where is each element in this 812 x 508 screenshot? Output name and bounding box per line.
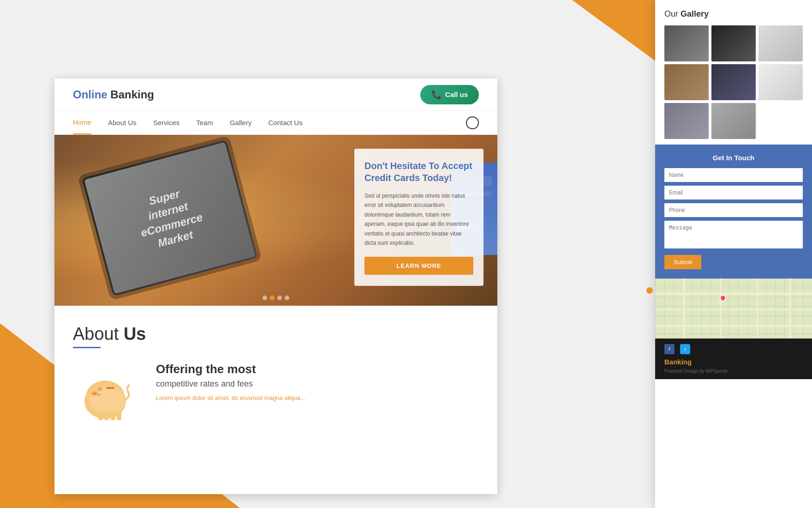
gallery-thumb-4[interactable] xyxy=(664,64,709,100)
facebook-icon[interactable]: f xyxy=(664,344,675,354)
footer-copy: Powered Design by WPSpecto xyxy=(664,369,803,374)
right-panel: Our Gallery Get In Touch Submit xyxy=(655,0,812,508)
call-us-label: Call us xyxy=(445,91,468,98)
about-text-block: Offering the most competitive rates and … xyxy=(156,362,479,401)
gallery-thumb-7[interactable] xyxy=(664,103,709,139)
map-road-h3 xyxy=(655,325,812,327)
call-us-button[interactable]: 📞 Call us xyxy=(420,85,479,104)
contact-name-input[interactable] xyxy=(664,168,803,182)
orange-dot-indicator xyxy=(646,287,653,294)
get-in-touch-title: Get In Touch xyxy=(664,154,803,162)
slider-dot-3[interactable] xyxy=(277,296,282,300)
get-in-touch-section: Get In Touch Submit xyxy=(655,145,812,278)
svg-point-8 xyxy=(90,386,125,412)
svg-rect-18 xyxy=(106,387,114,389)
nav-contact[interactable]: Contact Us xyxy=(268,111,302,134)
piggy-bank-icon xyxy=(73,362,137,427)
gallery-title-bold: Gallery xyxy=(681,9,709,18)
site-footer: f t Banking Powered Design by WPSpecto xyxy=(655,339,812,379)
about-title-bold: Us xyxy=(124,324,146,344)
about-title-underline xyxy=(73,347,101,348)
svg-point-11 xyxy=(91,391,98,396)
hero-image: SuperinterneteCommerceMarket Don't Hesit… xyxy=(54,135,497,306)
map-road-h1 xyxy=(655,292,812,295)
contact-phone-input[interactable] xyxy=(664,203,803,217)
svg-rect-14 xyxy=(98,411,103,420)
svg-point-12 xyxy=(93,393,95,394)
gallery-title-prefix: Our xyxy=(664,9,681,18)
slider-dot-4[interactable] xyxy=(285,296,289,300)
slider-dots xyxy=(263,296,289,300)
gallery-thumb-3[interactable] xyxy=(758,25,803,61)
nav-services[interactable]: Services xyxy=(153,111,180,134)
about-title-light: About xyxy=(73,324,119,344)
map-road-v2 xyxy=(720,278,722,339)
hero-slider: SuperinterneteCommerceMarket Don't Hesit… xyxy=(54,135,497,306)
offering-subtitle: competitive rates and fees xyxy=(156,379,479,389)
contact-message-input[interactable] xyxy=(664,221,803,248)
nav-items: Home About Us Services Team Gallery Cont… xyxy=(73,111,466,134)
svg-rect-17 xyxy=(117,411,121,420)
map-road-v4 xyxy=(789,278,791,339)
search-icon[interactable] xyxy=(466,116,479,129)
about-content: Offering the most competitive rates and … xyxy=(73,362,479,427)
nav-team[interactable]: Team xyxy=(196,111,213,134)
twitter-icon[interactable]: t xyxy=(680,344,690,354)
map-road-v1 xyxy=(683,278,685,339)
about-title: About Us xyxy=(73,324,479,344)
hero-card-text: Sed ut perspiciatis unde omnis iste natu… xyxy=(364,191,473,248)
tablet-text: SuperinterneteCommerceMarket xyxy=(131,182,208,254)
map-section xyxy=(655,278,812,339)
map-road-v3 xyxy=(757,278,758,339)
slider-dot-2[interactable] xyxy=(270,296,275,300)
svg-rect-15 xyxy=(104,411,109,420)
site-header: Online Banking 📞 Call us xyxy=(54,79,497,111)
logo-banking: Banking xyxy=(110,88,154,101)
gallery-thumb-6[interactable] xyxy=(758,64,803,100)
map-background xyxy=(655,278,812,339)
footer-social-icons: f t xyxy=(664,344,803,354)
slider-dot-1[interactable] xyxy=(263,296,267,300)
offering-lorem: Lorem ipsum dolor sit amet, do eiusmod m… xyxy=(156,394,479,401)
footer-brand: Banking xyxy=(664,358,803,366)
learn-more-button[interactable]: LEARN MORE xyxy=(364,257,473,275)
contact-email-input[interactable] xyxy=(664,186,803,200)
gallery-grid xyxy=(664,25,803,139)
hero-card-title: Don't Hesitate To Accept Credit Cards To… xyxy=(364,160,473,184)
gallery-thumb-8[interactable] xyxy=(711,103,756,139)
contact-submit-button[interactable]: Submit xyxy=(664,255,701,269)
svg-point-13 xyxy=(95,393,96,394)
nav-about[interactable]: About Us xyxy=(108,111,137,134)
nav-gallery[interactable]: Gallery xyxy=(230,111,252,134)
phone-icon: 📞 xyxy=(431,90,442,100)
gallery-thumb-5[interactable] xyxy=(711,64,756,100)
logo-online: Online xyxy=(73,88,107,101)
svg-rect-16 xyxy=(111,411,115,420)
gallery-thumb-1[interactable] xyxy=(664,25,709,61)
nav-home[interactable]: Home xyxy=(73,111,91,134)
website-container: Online Banking 📞 Call us Home About Us S… xyxy=(54,79,497,494)
site-nav: Home About Us Services Team Gallery Cont… xyxy=(54,111,497,135)
hero-card: Don't Hesitate To Accept Credit Cards To… xyxy=(354,149,484,286)
offering-title: Offering the most xyxy=(156,362,479,376)
gallery-section: Our Gallery xyxy=(655,0,812,145)
gallery-title: Our Gallery xyxy=(664,9,803,19)
map-road-h2 xyxy=(655,308,812,310)
site-logo: Online Banking xyxy=(73,88,154,101)
about-section: About Us xyxy=(54,306,497,436)
gallery-thumb-2[interactable] xyxy=(711,25,756,61)
